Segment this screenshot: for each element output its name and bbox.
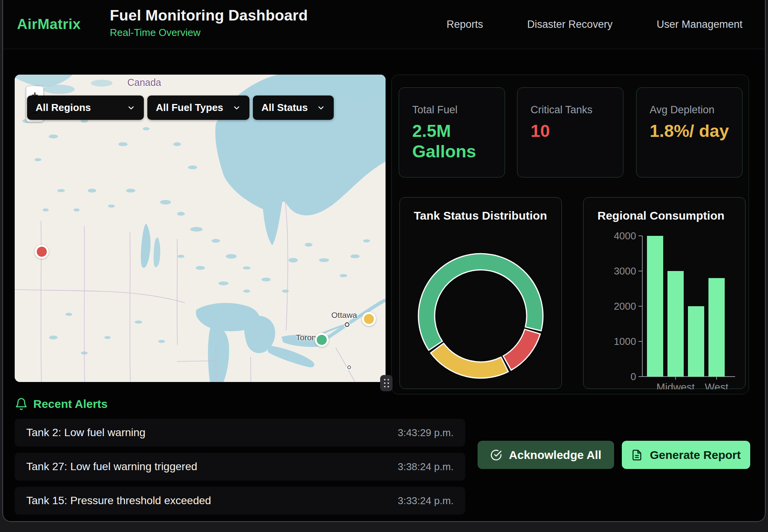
nav-disaster-recovery[interactable]: Disaster Recovery xyxy=(527,19,613,31)
svg-text:3000: 3000 xyxy=(614,265,636,277)
regional-consumption-bar-chart: 01000200030004000MidwestWest xyxy=(584,198,746,389)
chevron-down-icon xyxy=(127,104,135,112)
alerts-header: Recent Alerts xyxy=(15,397,108,411)
map-label-canada: Canada xyxy=(113,77,175,88)
fuel-map[interactable]: Canada Ottawa Toronto New York + − All R… xyxy=(15,75,386,382)
svg-text:0: 0 xyxy=(631,371,636,382)
ottawa-town-icon xyxy=(345,322,350,327)
generate-report-button[interactable]: Generate Report xyxy=(622,441,750,469)
resize-drag-handle[interactable] xyxy=(380,375,393,391)
title-block: Fuel Monitoring Dashboard Real-Time Over… xyxy=(110,7,308,39)
fuel-type-filter-dropdown[interactable]: All Fuel Types xyxy=(147,95,249,120)
svg-text:Midwest: Midwest xyxy=(656,382,695,389)
map-filter-bar: All Regions All Fuel Types All Status xyxy=(27,95,334,120)
svg-text:2000: 2000 xyxy=(614,300,636,312)
nav-user-management[interactable]: User Management xyxy=(657,19,742,31)
bell-icon xyxy=(15,397,28,411)
stat-card-critical-tanks: Critical Tanks 10 xyxy=(517,87,623,177)
donut-segment-warning xyxy=(431,343,509,378)
alert-row[interactable]: Tank 27: Low fuel warning triggered 3:38… xyxy=(15,453,465,481)
nav-reports[interactable]: Reports xyxy=(447,19,483,31)
tank-marker-critical[interactable] xyxy=(35,245,49,259)
bar-chart-title: Regional Consumption xyxy=(597,209,724,222)
alert-row[interactable]: Tank 2: Low fuel warning 3:43:29 p.m. xyxy=(15,419,465,447)
alert-message: Tank 15: Pressure threshold exceeded xyxy=(26,494,211,507)
bar-1 xyxy=(667,271,684,377)
page-title: Fuel Monitoring Dashboard xyxy=(110,7,308,24)
svg-text:4000: 4000 xyxy=(614,230,636,242)
stat-label: Avg Depletion xyxy=(650,104,734,116)
page-subtitle: Real-Time Overview xyxy=(110,27,308,39)
acknowledge-all-button[interactable]: Acknowledge All xyxy=(478,441,614,469)
status-filter-dropdown[interactable]: All Status xyxy=(253,95,334,120)
alert-timestamp: 3:43:29 p.m. xyxy=(398,427,454,439)
chevron-down-icon xyxy=(232,104,241,112)
map-tiles xyxy=(15,75,386,382)
stat-value: 10 xyxy=(531,121,614,141)
bar-2 xyxy=(688,306,704,377)
alerts-title: Recent Alerts xyxy=(33,397,108,411)
tank-marker-normal[interactable] xyxy=(315,333,329,347)
town-dot-icon xyxy=(347,365,351,369)
alert-row[interactable]: Tank 15: Pressure threshold exceeded 3:3… xyxy=(15,487,465,515)
stat-card-avg-depletion: Avg Depletion 1.8%/ day xyxy=(636,87,742,177)
region-filter-dropdown[interactable]: All Regions xyxy=(27,95,144,120)
check-circle-icon xyxy=(490,449,502,461)
stat-value: 1.8%/ day xyxy=(650,121,733,141)
bar-0 xyxy=(647,236,663,377)
status-filter-value: All Status xyxy=(261,102,308,114)
regional-consumption-panel: Regional Consumption 01000200030004000Mi… xyxy=(583,197,746,389)
alert-timestamp: 3:33:24 p.m. xyxy=(398,495,454,507)
fuel-type-filter-value: All Fuel Types xyxy=(156,102,223,114)
alert-message: Tank 2: Low fuel warning xyxy=(26,426,145,439)
metrics-container: Total Fuel 2.5M Gallons Critical Tanks 1… xyxy=(391,75,749,394)
tank-status-panel: Tank Status Distribution xyxy=(399,197,562,389)
header-bar: AirMatrix Fuel Monitoring Dashboard Real… xyxy=(2,0,766,49)
stat-value: 2.5M Gallons xyxy=(412,121,495,162)
acknowledge-all-label: Acknowledge All xyxy=(509,448,601,462)
stat-label: Total Fuel xyxy=(412,104,497,116)
svg-text:West: West xyxy=(705,382,729,389)
main-nav: Reports Disaster Recovery User Managemen… xyxy=(447,0,742,49)
svg-text:1000: 1000 xyxy=(614,336,636,347)
stat-label: Critical Tanks xyxy=(531,104,615,116)
donut-chart-title: Tank Status Distribution xyxy=(414,209,547,222)
dashboard-stage: AirMatrix Fuel Monitoring Dashboard Real… xyxy=(0,0,768,532)
file-text-icon xyxy=(631,449,643,461)
map-label-ottawa: Ottawa xyxy=(331,310,357,320)
alert-timestamp: 3:38:24 p.m. xyxy=(398,461,454,473)
generate-report-label: Generate Report xyxy=(650,448,741,462)
region-filter-value: All Regions xyxy=(36,102,91,114)
chevron-down-icon xyxy=(317,104,325,112)
brand-logo: AirMatrix xyxy=(17,16,81,32)
tank-marker-warning[interactable] xyxy=(362,312,376,326)
stat-card-total-fuel: Total Fuel 2.5M Gallons xyxy=(399,87,505,177)
tank-status-donut-chart xyxy=(400,198,562,389)
donut-segment-critical xyxy=(503,329,540,370)
bar-3 xyxy=(708,278,725,377)
alert-message: Tank 27: Low fuel warning triggered xyxy=(26,460,197,473)
